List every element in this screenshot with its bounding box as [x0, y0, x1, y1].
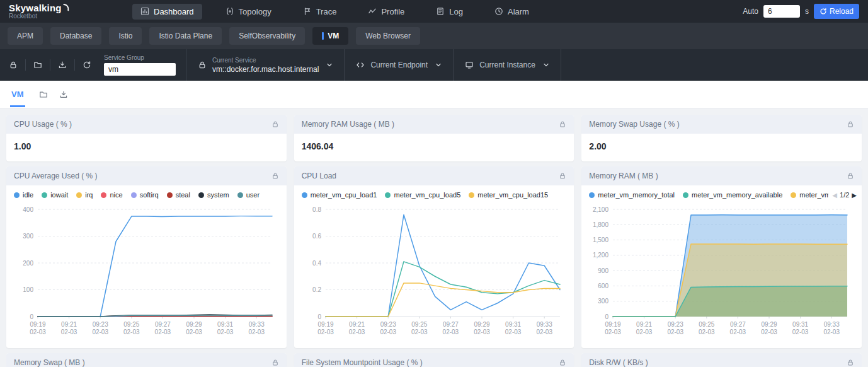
lock-button[interactable]: [4, 55, 23, 74]
nav-item-trace[interactable]: Trace: [295, 4, 345, 20]
memory-ram-mb-chart[interactable]: 03006009001,2001,5001,8002,10009:1902-03…: [588, 202, 855, 344]
chevron-left-icon[interactable]: ◀: [832, 192, 837, 199]
pager-text: 1/2: [840, 191, 849, 199]
group-tab-web-browser[interactable]: Web Browser: [356, 27, 420, 45]
nav-item-profile[interactable]: Profile: [360, 4, 413, 20]
legend-item-idle[interactable]: idle: [14, 191, 33, 199]
legend-label: meter_vm_cpu_load15: [477, 191, 548, 199]
cpu-load-chart[interactable]: 00.20.40.60.809:1902-0309:2102-0309:2302…: [300, 202, 568, 344]
legend-item-meter-vm-memory-available[interactable]: meter_vm_memory_available: [683, 191, 782, 199]
lock-icon[interactable]: [847, 359, 854, 366]
auto-interval-input[interactable]: [763, 5, 800, 18]
legend-label: meter_vm: [799, 191, 830, 199]
legend-item-user[interactable]: user: [237, 191, 260, 199]
lock-icon[interactable]: [559, 172, 566, 180]
legend-item-steal[interactable]: steal: [167, 191, 190, 199]
card-header: CPU Average Used ( % ): [6, 166, 287, 185]
svg-text:09:23: 09:23: [668, 321, 683, 328]
svg-text:09:29: 09:29: [762, 321, 777, 328]
svg-text:02-03: 02-03: [636, 329, 653, 335]
page-tab-vm[interactable]: VM: [10, 81, 25, 107]
download-icon[interactable]: [59, 90, 68, 99]
legend-dot: [42, 192, 47, 198]
app-logo: Skywalking Rocketbot: [9, 3, 103, 20]
lock-icon[interactable]: [847, 120, 854, 128]
group-tab-vm[interactable]: VM: [312, 27, 348, 45]
selector-current-endpoint[interactable]: Current Endpoint: [344, 49, 453, 81]
selector-current-instance[interactable]: Current Instance: [453, 49, 561, 81]
svg-text:09:33: 09:33: [824, 321, 840, 328]
chevron-right-icon[interactable]: ▶: [852, 192, 857, 199]
legend-item-meter-vm-memory-total[interactable]: meter_vm_memory_total: [589, 191, 675, 199]
refresh-icon: [83, 61, 91, 69]
lock-icon: [9, 61, 18, 69]
next-card-row-clipped: Memory Swap ( MB ) File System Mountpoin…: [6, 353, 862, 367]
svg-text:1,200: 1,200: [593, 252, 608, 259]
group-tab-istio[interactable]: Istio: [109, 27, 142, 45]
card-title: CPU Usage ( % ): [14, 120, 72, 129]
group-tab-label: VM: [328, 32, 339, 40]
nav-item-dashboard[interactable]: Dashboard: [132, 4, 202, 20]
trace-icon: [303, 7, 312, 16]
chart-legend: meter_vm_cpu_load1 meter_vm_cpu_load5 me…: [294, 185, 574, 201]
nav-item-topology[interactable]: Topology: [217, 4, 280, 20]
svg-text:09:25: 09:25: [411, 321, 427, 328]
display-icon: [465, 61, 474, 69]
selector-current-service[interactable]: Current Servicevm::docker.for.mac.host.i…: [186, 49, 344, 81]
lock-icon[interactable]: [271, 172, 279, 180]
legend-dot: [469, 192, 474, 198]
lock-icon[interactable]: [271, 120, 279, 128]
lock-icon[interactable]: [847, 172, 854, 180]
nav-item-log[interactable]: Log: [428, 4, 471, 20]
svg-text:09:33: 09:33: [249, 321, 265, 328]
profile-icon: [368, 7, 377, 16]
group-tab-apm[interactable]: APM: [8, 27, 43, 45]
legend-item-softirq[interactable]: softirq: [131, 191, 159, 199]
legend-item-irq[interactable]: irq: [76, 191, 93, 199]
chevron-down-icon: [326, 62, 333, 68]
legend-item-system[interactable]: system: [198, 191, 229, 199]
folder-icon[interactable]: [39, 90, 48, 99]
lock-icon[interactable]: [559, 120, 566, 128]
legend-item-meter-vm[interactable]: meter_vm: [791, 191, 830, 199]
nav-item-label: Topology: [239, 7, 271, 16]
legend-item-iowait[interactable]: iowait: [42, 191, 68, 199]
logo-title: Skywalking: [9, 3, 62, 13]
stat-card-cpu-usage: CPU Usage ( % ) 1.00: [6, 115, 287, 161]
svg-text:02-03: 02-03: [474, 329, 490, 335]
svg-text:02-03: 02-03: [217, 329, 234, 335]
lock-icon[interactable]: [559, 359, 566, 366]
divider: [50, 59, 50, 71]
group-tab-istio-data-plane[interactable]: Istio Data Plane: [149, 27, 222, 45]
group-tab-database[interactable]: Database: [50, 27, 101, 45]
legend-dot: [385, 192, 391, 198]
svg-text:09:25: 09:25: [699, 321, 715, 328]
nav-item-label: Log: [449, 7, 463, 16]
legend-item-meter-vm-cpu-load5[interactable]: meter_vm_cpu_load5: [385, 191, 460, 199]
legend-pager: ◀ 1/2 ▶: [828, 190, 857, 199]
refresh-button[interactable]: [77, 55, 96, 74]
group-tab-selfobservability[interactable]: SelfObservability: [229, 27, 305, 45]
lock-icon[interactable]: [271, 359, 279, 366]
legend-item-meter-vm-cpu-load15[interactable]: meter_vm_cpu_load15: [469, 191, 548, 199]
clipped-card-disk-r-w-kb-s: Disk R/W ( KB/s ): [581, 353, 862, 367]
legend-item-nice[interactable]: nice: [101, 191, 122, 199]
card-header: Memory RAM ( MB ): [581, 166, 862, 185]
logo-swoosh-icon: [62, 3, 71, 11]
svg-text:900: 900: [598, 267, 609, 274]
chart-legend: meter_vm_memory_total meter_vm_memory_av…: [581, 185, 862, 201]
legend-dot: [589, 192, 595, 198]
card-header: Memory Swap ( MB ): [6, 353, 287, 367]
reload-button[interactable]: Reload: [814, 4, 859, 19]
card-header: Disk R/W ( KB/s ): [581, 353, 862, 367]
cpu-average-used-chart[interactable]: 010020030040009:1902-0309:2102-0309:2302…: [13, 202, 280, 344]
folder-button[interactable]: [28, 55, 47, 74]
import-button[interactable]: [53, 55, 72, 74]
download-icon: [58, 61, 67, 69]
legend-label: irq: [85, 191, 93, 199]
legend-item-meter-vm-cpu-load1[interactable]: meter_vm_cpu_load1: [302, 191, 377, 199]
svg-text:09:27: 09:27: [730, 321, 746, 328]
legend-dot: [791, 192, 796, 198]
nav-item-alarm[interactable]: Alarm: [486, 4, 537, 20]
service-group-input[interactable]: [104, 63, 176, 76]
